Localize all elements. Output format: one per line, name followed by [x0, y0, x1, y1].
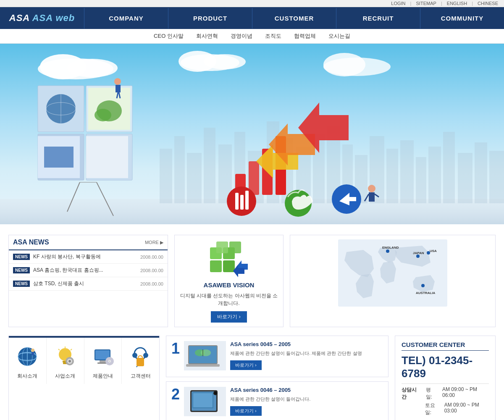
quick-links-area: 회사소개: [8, 336, 160, 420]
svg-rect-34: [86, 86, 132, 132]
svg-point-6: [204, 54, 246, 69]
svg-rect-28: [428, 147, 441, 203]
svg-line-47: [97, 182, 113, 216]
sparkle-4: ✦: [330, 52, 336, 61]
headset-icon: [128, 344, 153, 369]
svg-point-118: [201, 349, 211, 356]
svg-point-101: [68, 360, 71, 362]
product-title-2: ASA series 0046 – 2005: [230, 387, 383, 393]
product-info-2: ASA series 0046 – 2005 제품에 관한 간단한 설명이 들어…: [230, 387, 383, 416]
svg-rect-20: [313, 134, 325, 203]
hero-headline: CREATE GLOBAL VALUE 새로운 생각, 새로운 도전 ~ 아사웹…: [290, 77, 470, 138]
news-date-3: 2008.00.00: [140, 281, 163, 286]
svg-rect-63: [245, 191, 249, 210]
globe-icon: [15, 344, 40, 369]
svg-point-64: [285, 190, 312, 217]
svg-rect-55: [262, 149, 273, 195]
svg-rect-33: [38, 86, 84, 132]
product-btn-2[interactable]: 바로가기 ›: [230, 406, 262, 416]
product-info-1: ASA series 0045 – 2005 제품에 관한 간단한 설명이 들어…: [230, 341, 383, 370]
svg-point-41: [97, 100, 122, 121]
svg-point-60: [227, 186, 256, 216]
subnav-org[interactable]: 조직도: [265, 32, 281, 40]
nav-company[interactable]: COMPANY: [84, 8, 168, 29]
sparkle-2: ✦: [193, 56, 202, 68]
svg-rect-29: [443, 132, 455, 203]
site-logo[interactable]: ASA ASA web: [0, 13, 84, 24]
svg-line-51: [117, 92, 118, 98]
svg-rect-15: [234, 132, 245, 203]
cc-title: CUSTOMER CENTER: [402, 341, 489, 351]
nav-community[interactable]: COMMUNITY: [420, 8, 504, 29]
login-link[interactable]: LOGIN: [391, 1, 405, 6]
svg-point-1: [38, 58, 113, 79]
svg-point-38: [46, 102, 76, 115]
cc-weekday-time: AM 09:00 ~ PM 06:00: [442, 386, 489, 401]
quicklink-products[interactable]: 제품안내: [84, 338, 122, 384]
svg-rect-18: [281, 138, 293, 203]
svg-rect-113: [136, 358, 144, 366]
quicklink-business[interactable]: 사업소개: [47, 338, 84, 384]
subnav-management[interactable]: 경영이념: [231, 32, 252, 40]
vision-button[interactable]: 바로가기 ›: [211, 311, 247, 323]
svg-point-42: [94, 109, 111, 121]
svg-point-79: [386, 249, 389, 253]
svg-marker-57: [256, 144, 298, 178]
chinese-link[interactable]: CHINESE: [478, 1, 498, 6]
english-link[interactable]: ENGLISH: [447, 1, 467, 6]
svg-rect-17: [267, 121, 279, 203]
svg-point-37: [46, 94, 76, 123]
svg-rect-44: [44, 147, 74, 168]
nav-items: COMPANY PRODUCT CUSTOMER RECRUIT COMMUNI…: [84, 8, 504, 29]
svg-point-65: [332, 184, 361, 214]
nav-customer[interactable]: CUSTOMER: [252, 8, 336, 29]
svg-point-111: [143, 353, 148, 358]
product-item-2: 2 ASA series 0046 – 2005 제품: [166, 381, 388, 420]
svg-rect-14: [218, 144, 232, 203]
hero-section: ✦ ✦ ✦ ✦ CREATE GLOBAL VALUE 새로운 생각, 새로운 …: [0, 44, 504, 224]
cc-saturday-row: 토요일: AM 09:00 ~ PM 03:00: [402, 402, 489, 416]
subnav-partners[interactable]: 협력업체: [294, 32, 316, 40]
svg-rect-54: [249, 161, 259, 195]
svg-point-66: [368, 185, 375, 192]
quicklink-business-label: 사업소개: [49, 373, 82, 380]
content-row-top: ASA NEWS MORE ▶ NEWS KF 사랑의 봉사단, 복구활동에 2…: [8, 235, 496, 327]
news-item-2: NEWS ASA 홈쇼핑, 한국대표 홈쇼핑... 2008.00.00: [9, 264, 168, 277]
svg-rect-35: [38, 134, 84, 180]
news-tag-3: NEWS: [13, 281, 30, 287]
content-section: ASA NEWS MORE ▶ NEWS KF 사랑의 봉사단, 복구활동에 2…: [0, 224, 504, 420]
svg-rect-30: [458, 153, 472, 203]
vision-text: 디지털 시대를 선도하는 아사웹의 비전을 소개합니다.: [179, 292, 279, 307]
svg-rect-67: [369, 192, 375, 202]
svg-point-4: [181, 54, 239, 71]
svg-rect-31: [475, 142, 487, 203]
svg-rect-13: [204, 128, 215, 203]
svg-rect-45: [86, 136, 128, 178]
svg-line-69: [375, 194, 379, 197]
cc-weekday-label: 평 일:: [426, 386, 438, 401]
svg-point-49: [114, 78, 121, 85]
product-btn-1[interactable]: 바로가기 ›: [230, 360, 262, 370]
svg-rect-22: [342, 144, 353, 203]
quicklink-customer[interactable]: 고객센터: [122, 338, 159, 384]
nav-product[interactable]: PRODUCT: [168, 8, 252, 29]
product-image-2: [184, 387, 226, 416]
cc-saturday-label: 토요일:: [425, 402, 440, 416]
svg-line-68: [365, 194, 369, 201]
news-text-2: ASA 홈쇼핑, 한국대표 홈쇼핑...: [33, 267, 137, 274]
subnav-history[interactable]: 회사연혁: [196, 32, 218, 40]
main-nav: ASA ASA web COMPANY PRODUCT CUSTOMER REC…: [0, 7, 504, 29]
nav-recruit[interactable]: RECRUIT: [336, 8, 420, 29]
top-bar: LOGIN | SITEMAP | ENGLISH | CHINESE: [0, 0, 504, 7]
product-num-1: 1: [171, 341, 180, 356]
vision-icon: [208, 242, 250, 279]
subnav-ceo[interactable]: CEO 인사말: [154, 32, 184, 40]
product-num-2: 2: [171, 387, 180, 402]
quicklink-customer-label: 고객센터: [124, 373, 157, 380]
sitemap-link[interactable]: SITEMAP: [416, 1, 436, 6]
news-tag-1: NEWS: [13, 254, 30, 260]
quicklink-company[interactable]: 회사소개: [9, 338, 47, 384]
svg-text:ENGLAND: ENGLAND: [382, 246, 399, 249]
subnav-directions[interactable]: 오시는길: [328, 32, 350, 40]
news-more-link[interactable]: MORE ▶: [145, 240, 163, 245]
